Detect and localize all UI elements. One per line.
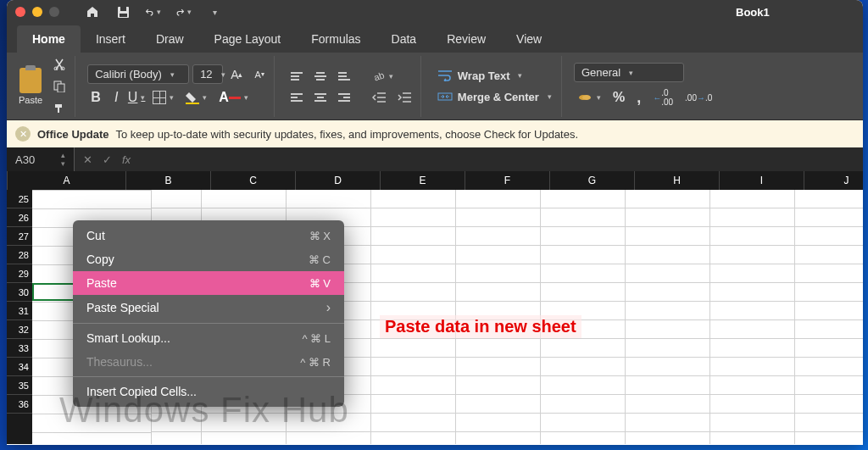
row-header[interactable]: 30 — [7, 283, 32, 302]
row-header[interactable]: 28 — [7, 246, 32, 264]
cancel-formula-button[interactable]: ✕ — [83, 153, 92, 166]
orientation-button[interactable]: ab — [368, 67, 398, 86]
tab-review[interactable]: Review — [431, 25, 501, 53]
minimize-window-button[interactable] — [32, 7, 42, 17]
increase-indent-button[interactable] — [393, 89, 415, 106]
tab-view[interactable]: View — [501, 25, 557, 53]
row-header[interactable]: 29 — [7, 264, 32, 283]
font-color-button[interactable]: A — [214, 87, 253, 108]
clipboard-icon — [19, 68, 42, 93]
ctx-thesaurus-shortcut: ^ ⌘ R — [300, 356, 331, 369]
clipboard-group: Paste — [14, 56, 75, 117]
number-format-select[interactable]: General — [574, 63, 684, 82]
close-banner-button[interactable]: ✕ — [15, 126, 31, 142]
column-header-d[interactable]: D — [296, 171, 381, 190]
row-header[interactable]: 35 — [7, 376, 32, 395]
formula-bar: A30 ▴▾ ✕ ✓ fx — [7, 147, 863, 171]
fx-button[interactable]: fx — [122, 153, 131, 166]
column-header-f[interactable]: F — [465, 171, 550, 190]
home-icon[interactable] — [85, 4, 100, 19]
column-header-a[interactable]: A — [8, 171, 126, 190]
wrap-text-button[interactable]: Wrap Text — [433, 67, 527, 85]
align-top-button[interactable] — [287, 69, 307, 83]
increase-decimal-button[interactable]: ←.0.00 — [648, 86, 677, 109]
border-icon — [153, 91, 166, 104]
column-header-g[interactable]: G — [550, 171, 635, 190]
decrease-decimal-button[interactable]: .00→.0 — [681, 91, 716, 105]
ctx-paste[interactable]: Paste ⌘ V — [73, 271, 344, 295]
accounting-format-button[interactable] — [574, 89, 605, 106]
decrease-font-button[interactable]: A▾ — [250, 67, 268, 82]
comma-button[interactable]: , — [632, 86, 645, 109]
cell-reference: A30 — [15, 153, 35, 166]
tab-draw[interactable]: Draw — [141, 25, 199, 53]
align-bottom-button[interactable] — [334, 69, 354, 83]
merge-center-button[interactable]: Merge & Center — [433, 88, 556, 106]
confirm-formula-button[interactable]: ✓ — [103, 153, 112, 166]
svg-point-11 — [582, 95, 591, 100]
close-window-button[interactable] — [15, 7, 25, 17]
row-header[interactable]: 34 — [7, 358, 32, 376]
italic-button[interactable]: I — [108, 87, 125, 108]
font-name-select[interactable]: Calibri (Body) — [87, 64, 189, 84]
ctx-paste-special[interactable]: Paste Special — [73, 295, 344, 320]
align-right-button[interactable] — [334, 91, 354, 104]
align-left-button[interactable] — [287, 91, 307, 104]
cut-button[interactable] — [49, 56, 70, 73]
row-header[interactable]: 25 — [7, 190, 32, 208]
customize-qat-button[interactable]: ▾ — [207, 4, 222, 19]
percent-button[interactable]: % — [609, 87, 629, 108]
column-header-i[interactable]: I — [720, 171, 804, 190]
ctx-copy-label: Copy — [86, 253, 114, 266]
svg-text:ab: ab — [372, 69, 386, 82]
formula-input[interactable] — [141, 153, 854, 166]
save-icon[interactable] — [115, 4, 131, 19]
row-header[interactable]: 27 — [7, 227, 32, 246]
svg-rect-6 — [58, 84, 64, 92]
paste-button[interactable]: Paste — [19, 68, 42, 105]
name-box[interactable]: A30 ▴▾ — [7, 147, 75, 171]
ctx-cut[interactable]: Cut ⌘ X — [73, 224, 344, 247]
tab-page-layout[interactable]: Page Layout — [199, 25, 297, 53]
align-center-button[interactable] — [310, 91, 331, 104]
row-header[interactable]: 26 — [7, 208, 32, 227]
row-header[interactable]: 36 — [7, 395, 32, 414]
column-header-j[interactable]: J — [804, 171, 863, 190]
tab-data[interactable]: Data — [376, 25, 432, 53]
ctx-paste-shortcut: ⌘ V — [309, 277, 331, 290]
paste-label: Paste — [19, 95, 42, 105]
align-middle-button[interactable] — [310, 69, 331, 83]
column-header-b[interactable]: B — [126, 171, 211, 190]
borders-button[interactable] — [148, 88, 178, 107]
submenu-arrow-icon — [326, 300, 331, 315]
ctx-copy[interactable]: Copy ⌘ C — [73, 247, 344, 271]
row-header[interactable]: 31 — [7, 302, 32, 320]
underline-button[interactable]: U — [128, 87, 145, 108]
svg-rect-2 — [120, 14, 127, 17]
ctx-smart-lookup[interactable]: Smart Lookup... ^ ⌘ L — [73, 326, 344, 350]
fill-color-button[interactable] — [181, 88, 211, 107]
tab-formulas[interactable]: Formulas — [296, 25, 376, 53]
column-header-c[interactable]: C — [211, 171, 296, 190]
tab-home[interactable]: Home — [17, 25, 81, 53]
tab-insert[interactable]: Insert — [81, 25, 141, 53]
ctx-smart-lookup-label: Smart Lookup... — [86, 331, 170, 345]
format-painter-button[interactable] — [49, 100, 70, 117]
bold-button[interactable]: B — [87, 87, 104, 108]
svg-rect-7 — [186, 103, 199, 104]
undo-button[interactable] — [146, 4, 161, 19]
font-size-select[interactable]: 12 — [192, 64, 223, 84]
column-header-e[interactable]: E — [381, 171, 465, 190]
number-group: General % , ←.0.00 .00→.0 — [569, 56, 721, 117]
row-header[interactable]: 33 — [7, 339, 32, 358]
ctx-separator — [73, 323, 344, 324]
column-header-h[interactable]: H — [635, 171, 720, 190]
increase-font-button[interactable]: A▴ — [226, 65, 247, 84]
redo-button[interactable] — [176, 4, 192, 19]
row-header[interactable]: 32 — [7, 320, 32, 339]
decrease-indent-button[interactable] — [368, 89, 390, 106]
maximize-window-button[interactable] — [49, 7, 59, 17]
update-title: Office Update — [37, 128, 109, 141]
update-message: To keep up-to-date with security updates… — [116, 128, 579, 141]
copy-button[interactable] — [49, 78, 70, 95]
